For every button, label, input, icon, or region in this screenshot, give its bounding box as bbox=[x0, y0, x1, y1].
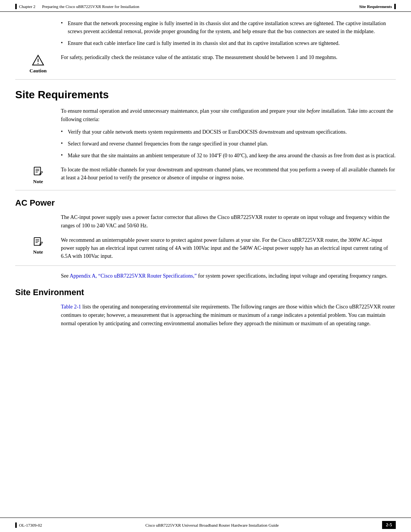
sr-bullet-2: • Select forward and reverse channel fre… bbox=[61, 140, 396, 148]
header-left: Chapter 2 Preparing the Cisco uBR7225VXR… bbox=[15, 4, 139, 9]
note-icon-area-1: Note bbox=[15, 166, 61, 185]
bullet-dot-2: • bbox=[61, 40, 68, 47]
before-italic: before bbox=[307, 108, 320, 114]
ac-power-note-text: We recommend an uninterruptable power so… bbox=[61, 236, 396, 260]
caution-icon bbox=[32, 54, 44, 66]
ac-power-heading: AC Power bbox=[15, 198, 396, 208]
bullet-text-1: Ensure that the network processing engin… bbox=[68, 19, 396, 35]
footer-left: OL-17309-02 bbox=[15, 522, 42, 528]
caution-icon-area: Caution bbox=[15, 53, 61, 74]
header-right-bar bbox=[394, 4, 396, 9]
sr-bullet-dot-2: • bbox=[61, 141, 68, 148]
header-right: Site Requirements bbox=[359, 4, 396, 9]
main-content: • Ensure that the network processing eng… bbox=[0, 12, 411, 355]
chapter-label: Chapter 2 bbox=[19, 4, 35, 9]
sr-bullet-dot-3: • bbox=[61, 152, 68, 160]
sr-bullet-text-2: Select forward and reverse channel frequ… bbox=[68, 140, 396, 148]
note-icon-area-2: Note bbox=[15, 236, 61, 260]
bullet-text-2: Ensure that each cable interface line ca… bbox=[68, 39, 396, 47]
note-icon-2 bbox=[33, 237, 43, 248]
ac-power-see-also-rest: for system power specifications, includi… bbox=[197, 273, 387, 279]
page-header: Chapter 2 Preparing the Cisco uBR7225VXR… bbox=[0, 0, 411, 12]
ac-power-see-also: See Appendix A, “Cisco uBR7225VXR Router… bbox=[61, 272, 396, 280]
bullet-item-1: • Ensure that the network processing eng… bbox=[61, 19, 396, 35]
sr-bullet-1: • Verify that your cable network meets s… bbox=[61, 128, 396, 136]
table-2-1-link[interactable]: Table 2-1 bbox=[61, 304, 81, 310]
top-bullet-section: • Ensure that the network processing eng… bbox=[61, 19, 396, 47]
chapter-description: Preparing the Cisco uBR7225VXR Router fo… bbox=[42, 4, 139, 9]
site-environment-heading: Site Environment bbox=[15, 288, 396, 297]
site-requirements-heading: Site Requirements bbox=[15, 89, 396, 101]
bullet-dot-1: • bbox=[61, 20, 68, 35]
note-icon-1 bbox=[33, 166, 43, 177]
header-section-label: Site Requirements bbox=[359, 4, 392, 9]
caution-block: Caution For safety, periodically check t… bbox=[15, 53, 396, 80]
site-requirements-intro: To ensure normal operation and avoid unn… bbox=[61, 107, 396, 123]
footer-left-bar bbox=[15, 522, 17, 528]
page-footer: OL-17309-02 Cisco uBR7225VXR Universal B… bbox=[0, 518, 411, 532]
sr-bullet-dot-1: • bbox=[61, 129, 68, 136]
site-req-note-text: To locate the most reliable channels for… bbox=[61, 166, 396, 185]
ac-power-body: The AC-input power supply uses a power f… bbox=[61, 213, 396, 230]
sr-bullet-text-1: Verify that your cable network meets sys… bbox=[68, 128, 396, 136]
page-number: 2-5 bbox=[382, 521, 396, 529]
svg-point-2 bbox=[38, 63, 38, 64]
doc-number: OL-17309-02 bbox=[19, 523, 42, 527]
sr-bullet-3: • Make sure that the site maintains an a… bbox=[61, 152, 396, 160]
site-environment-rest: lists the operating and nonoperating env… bbox=[61, 304, 395, 326]
appendix-a-link[interactable]: Appendix A, “Cisco uBR7225VXR Router Spe… bbox=[70, 273, 197, 279]
bullet-item-2: • Ensure that each cable interface line … bbox=[61, 39, 396, 47]
site-req-bullets: • Verify that your cable network meets s… bbox=[61, 128, 396, 160]
site-environment-body: Table 2-1 lists the operating and nonope… bbox=[61, 303, 396, 328]
header-left-bar bbox=[15, 4, 17, 9]
note-label-1: Note bbox=[33, 179, 43, 185]
footer-center: Cisco uBR7225VXR Universal Broadband Rou… bbox=[145, 523, 279, 527]
caution-text: For safety, periodically check the resis… bbox=[61, 53, 396, 74]
sr-bullet-text-3: Make sure that the site maintains an amb… bbox=[68, 152, 396, 160]
caution-label: Caution bbox=[30, 68, 47, 74]
ac-power-note-block: Note We recommend an uninterruptable pow… bbox=[15, 236, 396, 266]
note-label-2: Note bbox=[33, 249, 43, 255]
site-req-note-block: Note To locate the most reliable channel… bbox=[15, 166, 396, 190]
